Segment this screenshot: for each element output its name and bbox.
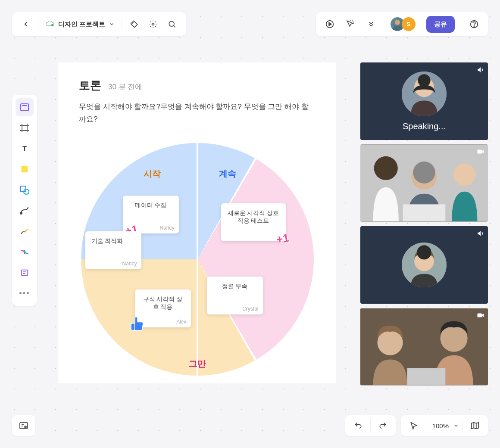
redo-button[interactable] [374, 417, 391, 434]
tool-pen[interactable] [16, 222, 34, 240]
tool-frame[interactable] [16, 119, 34, 137]
svg-rect-36 [403, 204, 446, 221]
thumbs-up-icon [130, 316, 145, 335]
topbar-left: 디자인 프로젝트 [12, 12, 186, 36]
sticky-author: Alex [176, 319, 186, 325]
tool-shape[interactable] [16, 181, 34, 199]
tool-card[interactable] [16, 264, 34, 282]
undo-redo-bar [345, 415, 396, 436]
sticky-author: Crystal [242, 306, 258, 312]
speaking-label: Speaking... [403, 121, 446, 131]
bottom-right-controls: 100% [345, 415, 488, 436]
svg-rect-44 [407, 368, 446, 385]
svg-point-35 [453, 164, 475, 186]
sticky-note[interactable]: 정렬 부족 Crystal [207, 277, 263, 314]
video-tile[interactable] [360, 308, 488, 386]
zoom-bar: 100% [401, 415, 488, 436]
svg-line-8 [353, 22, 354, 22]
sticky-text: 정렬 부족 [222, 283, 248, 289]
speaker-icon [477, 230, 484, 239]
canvas-header: 토론 30 분 전에 [79, 78, 316, 93]
canvas-question: 무엇을 시작해야 할까요?무엇을 계속해야 할까요? 무엇을 그만 해야 할까요… [79, 101, 316, 126]
svg-point-0 [51, 24, 53, 26]
svg-point-3 [169, 21, 175, 26]
video-frame-image [360, 144, 488, 222]
help-button[interactable] [466, 16, 483, 33]
tag-button[interactable] [125, 16, 143, 33]
svg-point-39 [417, 245, 431, 259]
svg-rect-40 [478, 314, 482, 317]
sticky-author: Nancy [159, 225, 174, 231]
svg-rect-13 [21, 104, 28, 111]
chevron-down-icon [109, 21, 115, 27]
sticky-note[interactable]: 데이터 수집 Nancy +1 [123, 196, 179, 233]
cursor-button[interactable] [405, 417, 422, 434]
share-button[interactable]: 공유 [426, 16, 455, 33]
divider [385, 18, 385, 30]
settings-button[interactable] [144, 16, 162, 33]
svg-line-4 [174, 26, 175, 28]
video-column: Speaking... [360, 62, 488, 386]
svg-rect-20 [21, 186, 26, 191]
project-selector[interactable]: 디자인 프로젝트 [42, 20, 118, 28]
divider [421, 18, 421, 30]
video-tile-speaking[interactable]: Speaking... [360, 62, 488, 140]
divider [462, 420, 463, 432]
svg-point-1 [132, 22, 134, 23]
sticky-text: 기술 최적화 [91, 237, 123, 244]
tool-arrow[interactable] [16, 202, 34, 220]
avatar-user2[interactable]: S [402, 17, 416, 31]
camera-icon [477, 148, 484, 157]
map-button[interactable] [466, 417, 484, 434]
video-frame-image [360, 308, 488, 386]
undo-button[interactable] [350, 417, 367, 434]
svg-point-32 [374, 156, 398, 180]
pointer-button[interactable] [342, 16, 359, 33]
camera-icon [477, 311, 484, 321]
main-canvas-card[interactable]: 토론 30 분 전에 무엇을 시작해야 할까요?무엇을 계속해야 할까요? 무엇… [58, 62, 336, 383]
divider [370, 420, 371, 432]
sticky-text: 구식 시각적 상호 작용 [143, 296, 183, 310]
collapse-button[interactable] [362, 16, 380, 33]
wheel-label-continue: 계속 [219, 168, 236, 180]
speaker-icon [477, 66, 484, 75]
back-button[interactable] [17, 16, 34, 33]
sticky-note[interactable]: 구식 시각적 상호 작용 Alex [135, 289, 191, 327]
svg-point-22 [20, 212, 22, 214]
zoom-level[interactable]: 100% [430, 422, 451, 429]
tool-more[interactable]: ••• [16, 284, 34, 302]
svg-marker-6 [329, 22, 331, 25]
search-button[interactable] [163, 16, 181, 33]
svg-rect-29 [478, 150, 482, 154]
sticky-note[interactable]: 새로운 시각적 상호 작용 테스트 +1 [221, 203, 286, 241]
svg-point-28 [418, 74, 430, 87]
minimap-button[interactable] [12, 415, 35, 436]
svg-point-34 [413, 162, 435, 184]
divider [426, 420, 426, 432]
participant-avatar [402, 243, 447, 287]
svg-text:T: T [22, 145, 27, 152]
more-dots-icon: ••• [19, 289, 30, 298]
play-button[interactable] [321, 16, 338, 33]
video-tile[interactable] [360, 144, 488, 222]
cloud-icon [45, 20, 55, 28]
wheel-diagram: 시작 계속 그만 데이터 수집 Nancy +1 기술 최적화 Nancy 새로… [81, 143, 314, 376]
svg-point-12 [474, 26, 474, 26]
svg-point-2 [152, 23, 154, 25]
sticky-note[interactable]: 기술 최적화 Nancy [85, 231, 141, 269]
video-tile[interactable] [360, 226, 488, 304]
chevron-down-icon[interactable] [453, 423, 459, 429]
tool-connector[interactable] [16, 243, 34, 261]
wheel-label-stop: 그만 [189, 358, 206, 370]
svg-rect-14 [22, 105, 27, 106]
tool-template[interactable] [16, 98, 34, 116]
divider [38, 18, 38, 30]
tool-text[interactable]: T [16, 140, 34, 158]
tool-sticky[interactable] [16, 160, 34, 178]
sticky-text: 새로운 시각적 상호 작용 테스트 [228, 209, 279, 224]
canvas-title: 토론 [79, 78, 101, 93]
svg-point-46 [25, 426, 26, 428]
avatar-group[interactable]: S [391, 17, 416, 31]
project-name-label: 디자인 프로젝트 [58, 20, 105, 28]
sticky-author: Nancy [122, 261, 137, 267]
